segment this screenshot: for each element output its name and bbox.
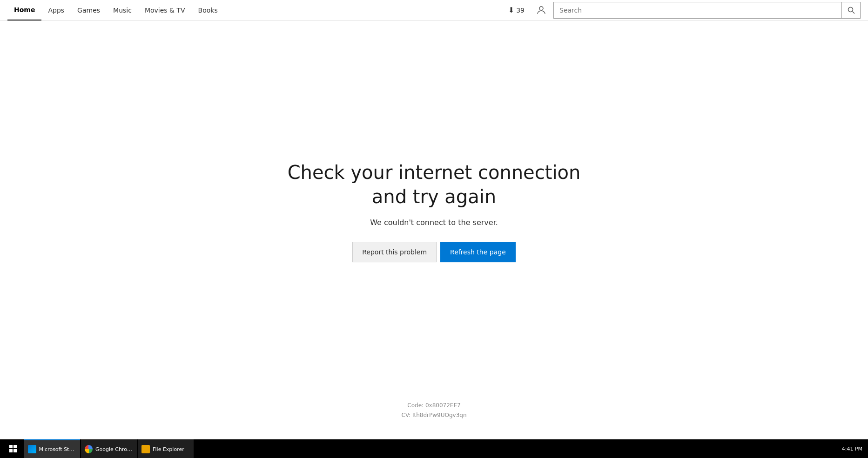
account-icon	[536, 5, 547, 16]
windows-icon	[9, 445, 17, 452]
store-app-icon	[28, 445, 36, 453]
correlation-vector: CV: Ith8drPw9UOgv3qn	[402, 410, 467, 421]
start-button[interactable]	[2, 439, 24, 458]
nav-item-movies-tv[interactable]: Movies & TV	[138, 0, 192, 21]
taskbar: Microsoft Store Google Chrome File Explo…	[0, 439, 868, 458]
nav-item-home[interactable]: Home	[7, 0, 41, 21]
taskbar-right: 4:41 PM	[838, 446, 866, 452]
error-code: Code: 0x80072EE7	[402, 401, 467, 411]
taskbar-app-file-explorer[interactable]: File Explorer	[138, 439, 194, 458]
account-button[interactable]	[533, 2, 550, 19]
action-buttons: Report this problem Refresh the page	[352, 242, 516, 262]
svg-line-2	[852, 11, 855, 14]
header-right: ⬇ 39	[504, 2, 861, 19]
taskbar-app-label: Microsoft Store	[39, 446, 76, 452]
svg-point-1	[848, 7, 853, 12]
download-icon: ⬇	[508, 6, 514, 14]
search-button[interactable]	[841, 2, 860, 18]
page-wrapper: Check your internet connection and try a…	[0, 21, 868, 458]
search-container	[553, 2, 861, 19]
file-explorer-icon	[141, 445, 150, 453]
svg-rect-3	[9, 445, 13, 448]
app-header: Home Apps Games Music Movies & TV Books …	[0, 0, 868, 21]
report-problem-button[interactable]: Report this problem	[352, 242, 437, 262]
taskbar-apps: Microsoft Store Google Chrome File Explo…	[24, 439, 838, 458]
search-input[interactable]	[554, 2, 841, 18]
error-subtitle: We couldn't connect to the server.	[370, 218, 498, 227]
main-content: Check your internet connection and try a…	[0, 21, 868, 439]
nav-item-books[interactable]: Books	[192, 0, 224, 21]
svg-rect-4	[13, 445, 17, 448]
taskbar-app-store[interactable]: Microsoft Store	[24, 439, 80, 458]
taskbar-explorer-label: File Explorer	[153, 446, 184, 452]
downloads-count: 39	[516, 7, 525, 14]
svg-rect-5	[9, 449, 13, 452]
error-title-line2: and try again	[372, 186, 496, 207]
nav-item-games[interactable]: Games	[71, 0, 107, 21]
main-nav: Home Apps Games Music Movies & TV Books	[7, 0, 224, 21]
svg-rect-6	[13, 449, 17, 452]
refresh-page-button[interactable]: Refresh the page	[440, 242, 516, 262]
error-title: Check your internet connection and try a…	[288, 160, 581, 209]
nav-item-apps[interactable]: Apps	[41, 0, 71, 21]
taskbar-chrome-label: Google Chrome	[95, 446, 133, 452]
chrome-app-icon	[85, 445, 93, 453]
footer-info: Code: 0x80072EE7 CV: Ith8drPw9UOgv3qn	[402, 401, 467, 421]
taskbar-app-chrome[interactable]: Google Chrome	[81, 439, 137, 458]
nav-item-music[interactable]: Music	[107, 0, 138, 21]
svg-point-0	[539, 7, 543, 10]
error-title-line1: Check your internet connection	[288, 162, 581, 183]
downloads-button[interactable]: ⬇ 39	[504, 2, 529, 19]
search-icon	[848, 7, 855, 14]
taskbar-time: 4:41 PM	[842, 446, 862, 452]
